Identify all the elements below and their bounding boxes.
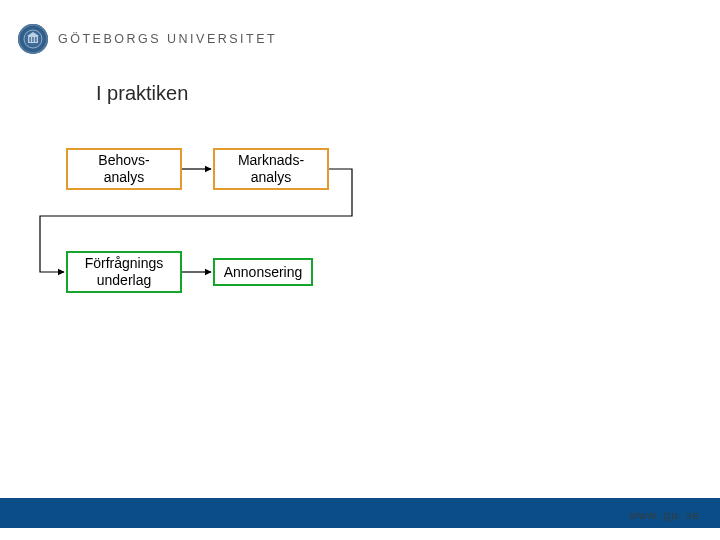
box-line: analys xyxy=(104,169,144,186)
box-line: Annonsering xyxy=(224,264,303,281)
box-marknadsanalys: Marknads- analys xyxy=(213,148,329,190)
svg-rect-5 xyxy=(35,37,36,42)
wordmark: GÖTEBORGS UNIVERSITET xyxy=(58,32,277,46)
box-line: analys xyxy=(251,169,291,186)
box-behovsanalys: Behovs- analys xyxy=(66,148,182,190)
box-line: Marknads- xyxy=(238,152,304,169)
svg-marker-2 xyxy=(27,32,39,36)
page-title: I praktiken xyxy=(96,82,188,105)
footer-url: www. gu. se xyxy=(630,509,700,521)
footer-bar xyxy=(0,498,720,528)
brand-header: GÖTEBORGS UNIVERSITET xyxy=(18,24,277,54)
university-seal-icon xyxy=(18,24,48,54)
box-line: Förfrågnings xyxy=(85,255,164,272)
svg-rect-3 xyxy=(30,37,31,42)
box-line: Behovs- xyxy=(98,152,149,169)
box-forfragningsunderlag: Förfrågnings underlag xyxy=(66,251,182,293)
box-line: underlag xyxy=(97,272,152,289)
box-annonsering: Annonsering xyxy=(213,258,313,286)
svg-rect-4 xyxy=(32,37,33,42)
